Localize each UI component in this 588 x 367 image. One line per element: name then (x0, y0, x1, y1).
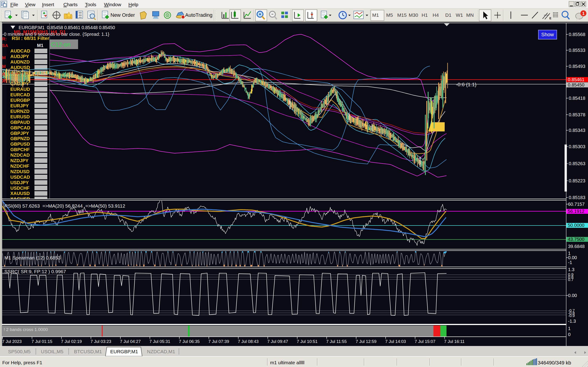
svg-text:7 Jul 15:07: 7 Jul 15:07 (415, 339, 435, 344)
svg-text:7 Jul 06:35: 7 Jul 06:35 (179, 339, 200, 344)
svg-text:AutoTrading: AutoTrading (185, 12, 212, 18)
svg-text:EURUSD: EURUSD (10, 114, 30, 119)
svg-text:SA: SA (2, 43, 8, 48)
svg-text:! 2 bands cross 1.0000: ! 2 bands cross 1.0000 (4, 327, 48, 332)
svg-text:7 Jul 07:39: 7 Jul 07:39 (208, 339, 229, 344)
svg-text:0.85450: 0.85450 (568, 82, 584, 87)
svg-text:39.6848: 39.6848 (568, 244, 585, 249)
svg-text:EURGBP: EURGBP (10, 98, 30, 103)
svg-text:RSI(60) 57.6263 =>MA(20) 56.8: RSI(60) 57.6263 =>MA(20) 56.8244 =>MA(50… (4, 203, 125, 209)
svg-text:EURNZD: EURNZD (10, 109, 29, 114)
svg-text:GBPAUD: GBPAUD (10, 120, 30, 125)
svg-text:EURCAD: EURCAD (10, 92, 30, 97)
svg-text:0.85223: 0.85223 (569, 178, 585, 183)
svg-text:H4: H4 (433, 12, 439, 18)
svg-text:M: M (2, 55, 6, 60)
svg-text:0.85533: 0.85533 (569, 48, 585, 53)
svg-text:File: File (10, 2, 18, 7)
svg-text:Charts: Charts (63, 2, 78, 7)
svg-text:View: View (25, 2, 36, 7)
svg-text:Help: Help (128, 2, 138, 7)
svg-text:0.85493: 0.85493 (569, 64, 585, 69)
svg-text:m1 ultimate alllll: m1 ultimate alllll (270, 360, 304, 365)
svg-text:-0.9: -0.9 (568, 314, 575, 318)
svg-text:R:: R: (2, 36, 7, 41)
svg-text:NZDJPY: NZDJPY (10, 158, 29, 163)
svg-text:D1: D1 (445, 12, 451, 18)
svg-text:7 Jul 03:23: 7 Jul 03:23 (90, 339, 111, 344)
svg-text:SSRC( SR:9, FP:12 ) 0.9967: SSRC( SR:9, FP:12 ) 0.9967 (4, 269, 66, 274)
svg-text:0: 0 (568, 332, 571, 337)
svg-text:-0 minutes and 9 seconds to ba: -0 minutes and 9 seconds to bar close. {… (2, 32, 109, 37)
svg-text:-1: -1 (568, 260, 572, 265)
svg-text:M5: M5 (386, 12, 393, 18)
svg-text:7 Jul 16:11: 7 Jul 16:11 (444, 339, 465, 344)
svg-text:BTCUSD,M1: BTCUSD,M1 (74, 349, 102, 354)
svg-text:7 Jul 2023: 7 Jul 2023 (2, 339, 22, 344)
svg-text:Al: Al (2, 79, 6, 83)
svg-text:0.85263: 0.85263 (569, 161, 585, 166)
svg-text:EURJPY: EURJPY (10, 103, 29, 108)
svg-text:SP500,M5: SP500,M5 (8, 349, 31, 354)
svg-text:For Help, press F1: For Help, press F1 (2, 360, 42, 365)
svg-text:NZDCHF: NZDCHF (10, 164, 29, 169)
svg-text:0.85303: 0.85303 (569, 144, 585, 149)
svg-text:H1: H1 (422, 12, 428, 18)
svg-text:1: 1 (582, 11, 585, 16)
svg-text:-0:6 (1.1): -0:6 (1.1) (456, 82, 476, 87)
svg-text:43.7500: 43.7500 (568, 237, 584, 242)
svg-text:0.85378: 0.85378 (569, 112, 585, 117)
svg-text:7 Jul 09:47: 7 Jul 09:47 (267, 339, 288, 344)
svg-text:GBPCHF: GBPCHF (10, 147, 30, 152)
svg-text:346490/349 kb: 346490/349 kb (538, 360, 571, 366)
svg-text:EURGBP,M1: EURGBP,M1 (110, 349, 138, 354)
svg-text:NZDUSD: NZDUSD (10, 169, 29, 174)
svg-text:GBPCAD: GBPCAD (10, 125, 30, 130)
svg-text:New Order: New Order (111, 12, 135, 18)
svg-text:M1: M1 (372, 12, 379, 18)
svg-text:USDCAD: USDCAD (10, 175, 30, 180)
svg-text:AUDJPY: AUDJPY (10, 54, 29, 59)
svg-text:7 Jul 01:15: 7 Jul 01:15 (32, 339, 52, 344)
svg-text:0.7: 0.7 (568, 277, 573, 282)
svg-text:E: E (549, 17, 552, 20)
svg-text:60.7157: 60.7157 (568, 202, 585, 207)
svg-text:7 Jul 02:19: 7 Jul 02:19 (61, 339, 82, 344)
svg-text:7 Jul 05:31: 7 Jul 05:31 (149, 339, 170, 344)
svg-text:W1: W1 (456, 12, 463, 18)
svg-text:M: M (2, 64, 6, 69)
svg-text:M15: M15 (397, 12, 407, 18)
svg-text:1.3: 1.3 (568, 267, 574, 272)
svg-text:0.85461: 0.85461 (568, 77, 584, 82)
svg-text:AUDCAD: AUDCAD (10, 48, 30, 53)
svg-text:7 Jul 11:55: 7 Jul 11:55 (326, 339, 346, 344)
svg-text:XAUUSD: XAUUSD (10, 191, 30, 196)
svg-text:M1: M1 (37, 43, 43, 48)
svg-text:AUDNZD: AUDNZD (10, 59, 30, 65)
svg-text:NZDCAD: NZDCAD (10, 152, 30, 158)
svg-text:C12-on: C12-on (51, 41, 70, 48)
svg-text:GBPUSD: GBPUSD (10, 142, 30, 147)
svg-text:AUDUSD: AUDUSD (10, 65, 30, 70)
svg-text:GBPJPY: GBPJPY (10, 131, 29, 136)
svg-text:A: A (2, 72, 5, 77)
svg-text:MN: MN (466, 12, 474, 18)
svg-text:USOIL,M5: USOIL,M5 (41, 349, 63, 354)
svg-text:Insert: Insert (42, 2, 54, 7)
svg-text:0.85343: 0.85343 (569, 128, 585, 133)
svg-text:M30: M30 (409, 12, 418, 18)
svg-text:Show: Show (541, 32, 554, 37)
svg-text:7 Jul 10:51: 7 Jul 10:51 (297, 339, 318, 344)
svg-text:GBPNZD: GBPNZD (10, 136, 30, 141)
svg-text:USDCHF: USDCHF (10, 186, 29, 191)
svg-text:EURAUD: EURAUD (10, 87, 30, 92)
svg-text:0.00: 0.00 (568, 293, 577, 298)
svg-text:0.85568: 0.85568 (569, 32, 585, 37)
svg-text:USDJPY: USDJPY (10, 180, 29, 185)
svg-text:Tools: Tools (85, 2, 96, 7)
svg-text:1: 1 (568, 326, 571, 331)
svg-text:7 Jul 12:59: 7 Jul 12:59 (356, 339, 377, 344)
svg-text:0.85183: 0.85183 (569, 195, 585, 200)
svg-text:0.85418: 0.85418 (569, 96, 585, 101)
svg-text:7 Jul 04:27: 7 Jul 04:27 (120, 339, 141, 344)
